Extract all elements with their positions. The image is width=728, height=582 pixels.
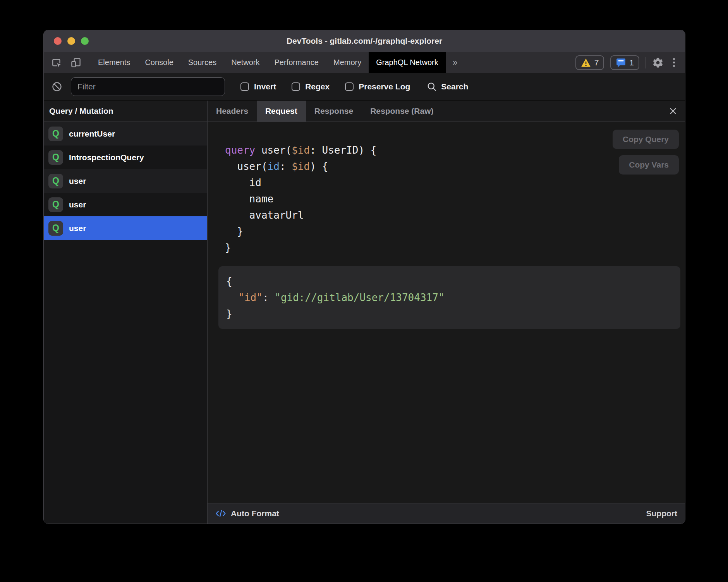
main-area: Query / Mutation Q currentUser Q Introsp… [44,101,685,524]
tab-performance[interactable]: Performance [267,52,326,73]
query-list-item-currentUser[interactable]: Q currentUser [44,122,207,146]
tab-response[interactable]: Response [306,101,362,122]
query-variables-box[interactable]: { "id": "gid://gitlab/User/13704317" } [218,266,680,329]
sidebar-empty-space [44,240,207,524]
tab-console[interactable]: Console [137,52,180,73]
warnings-badge[interactable]: 7 [575,55,604,70]
settings-gear-icon[interactable] [652,57,664,68]
desktop-background: DevTools - gitlab.com/-/graphql-explorer [0,0,728,582]
filter-bar: Invert Regex Preserve Log Search [44,73,685,101]
query-item-label: currentUser [69,129,115,139]
query-list-item-user-2[interactable]: Q user [44,193,207,216]
warning-count: 7 [594,58,599,67]
more-options-icon[interactable] [670,58,678,67]
issues-count: 1 [629,58,634,67]
query-item-label: user [69,200,86,209]
panel-footer: Auto Format Support [208,503,685,524]
tab-response-raw[interactable]: Response (Raw) [362,101,442,122]
copy-button-group: Copy Query Copy Vars [613,130,679,175]
tab-elements[interactable]: Elements [91,52,137,73]
devtools-toolbar: Elements Console Sources Network Perform… [44,52,685,73]
close-icon [669,107,677,115]
tab-request[interactable]: Request [257,101,306,122]
query-list-sidebar: Query / Mutation Q currentUser Q Introsp… [44,101,207,524]
more-tabs-button[interactable]: » [446,52,465,73]
toolbar-separator [646,57,646,68]
regex-filter-group: Regex [292,82,330,91]
query-item-label: user [69,176,86,186]
toolbar-separator [88,57,88,68]
query-variables-code: { "id": "gid://gitlab/User/13704317" } [226,273,673,322]
code-format-icon [215,509,226,518]
message-icon [616,58,626,67]
tab-sources[interactable]: Sources [181,52,224,73]
regex-checkbox[interactable] [292,82,300,91]
search-icon [426,81,437,92]
auto-format-label: Auto Format [231,509,279,518]
window-titlebar[interactable]: DevTools - gitlab.com/-/graphql-explorer [44,30,685,52]
warning-icon [581,58,591,67]
detail-tab-strip: Headers Request Response Response (Raw) [208,101,685,122]
filter-input[interactable] [71,77,225,96]
copy-query-button[interactable]: Copy Query [613,130,679,149]
device-toolbar-icon[interactable] [70,57,82,68]
query-type-badge: Q [48,150,63,165]
close-detail-button[interactable] [669,107,677,115]
tab-network[interactable]: Network [224,52,267,73]
auto-format-button[interactable]: Auto Format [215,509,279,518]
tab-memory[interactable]: Memory [326,52,369,73]
window-title: DevTools - gitlab.com/-/graphql-explorer [44,30,685,52]
query-type-badge: Q [48,174,63,188]
search-control[interactable]: Search [426,81,468,92]
support-link[interactable]: Support [646,509,677,518]
query-item-label: IntrospectionQuery [69,153,144,162]
regex-label: Regex [305,82,330,91]
query-item-label: user [69,224,86,233]
preserve-log-checkbox[interactable] [345,82,354,91]
invert-label: Invert [254,82,276,91]
search-label: Search [441,82,468,91]
query-type-badge: Q [48,197,63,212]
request-content: Copy Query Copy Vars query user($id: Use… [208,122,685,503]
query-list-item-introspectionquery[interactable]: Q IntrospectionQuery [44,146,207,169]
issues-badge[interactable]: 1 [610,55,639,70]
toolbar-right-controls: 7 1 [575,52,685,73]
devtools-window: DevTools - gitlab.com/-/graphql-explorer [43,30,685,524]
tab-graphql-network[interactable]: GraphQL Network [369,52,445,73]
sidebar-header: Query / Mutation [44,101,207,122]
tab-headers[interactable]: Headers [208,101,257,122]
request-detail-panel: Headers Request Response Response (Raw) … [208,101,685,524]
invert-checkbox[interactable] [240,82,249,91]
preserve-log-label: Preserve Log [359,82,410,91]
query-type-badge: Q [48,127,63,141]
clear-block-icon[interactable] [52,81,62,92]
invert-filter-group: Invert [240,82,276,91]
query-list-item-user-3-selected[interactable]: Q user [44,216,207,240]
toolbar-left-icons [44,52,88,73]
query-type-badge: Q [48,221,63,236]
inspect-element-icon[interactable] [51,57,62,68]
panel-tab-strip: Elements Console Sources Network Perform… [91,52,464,73]
copy-vars-button[interactable]: Copy Vars [619,155,679,175]
preserve-log-group: Preserve Log [345,82,410,91]
query-list-item-user-1[interactable]: Q user [44,169,207,193]
